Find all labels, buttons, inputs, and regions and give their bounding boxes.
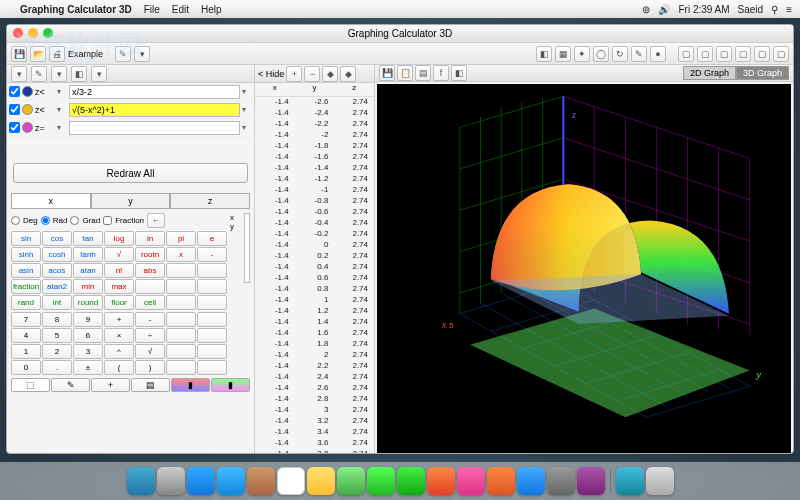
wifi-icon[interactable]: ⊚ xyxy=(642,4,650,15)
calc-bottom-6[interactable]: ▮ xyxy=(211,378,250,392)
calc-fn-asin[interactable]: asin xyxy=(11,263,41,278)
toolbar-sphere-icon[interactable]: ● xyxy=(650,46,666,62)
toolbar-open-icon[interactable]: 📂 xyxy=(30,46,46,62)
calc-fn-abs[interactable]: abs xyxy=(135,263,165,278)
calc-fn-tan[interactable]: tan xyxy=(73,231,103,246)
eq-dropdown-icon[interactable]: ▾ xyxy=(57,123,67,132)
data-row[interactable]: -1.41.22.74 xyxy=(255,306,374,317)
redraw-button[interactable]: Redraw All xyxy=(13,163,248,183)
calc-key-^[interactable]: ^ xyxy=(104,344,134,359)
calc-bottom-2[interactable]: ✎ xyxy=(51,378,90,392)
toolbar-pen-icon[interactable]: ✎ xyxy=(631,46,647,62)
calc-fn-atan2[interactable]: atan2 xyxy=(42,279,72,294)
data-plus-button[interactable]: + xyxy=(286,66,302,82)
calc-fn-max[interactable]: max xyxy=(104,279,134,294)
data-row[interactable]: -1.42.62.74 xyxy=(255,383,374,394)
toolbar-cube-icon[interactable]: ◧ xyxy=(536,46,552,62)
calc-fn--[interactable]: - xyxy=(197,247,227,262)
backspace-button[interactable]: ← xyxy=(147,213,165,228)
dock-ibooks-icon[interactable] xyxy=(487,467,515,495)
data-row[interactable]: -1.432.74 xyxy=(255,405,374,416)
data-row[interactable]: -1.40.22.74 xyxy=(255,251,374,262)
calc-bottom-plus[interactable]: + xyxy=(91,378,130,392)
toolbar-box2-icon[interactable]: ▢ xyxy=(697,46,713,62)
eq-options-icon[interactable]: ▾ xyxy=(242,87,252,96)
data-row[interactable]: -1.4-2.42.74 xyxy=(255,108,374,119)
col-z[interactable]: z xyxy=(334,83,374,96)
calc-fn-tanh[interactable]: tanh xyxy=(73,247,103,262)
calc-tab-x[interactable]: x xyxy=(11,193,91,209)
calc-key-0[interactable]: 0 xyxy=(11,360,41,375)
calc-bottom-5[interactable]: ▮ xyxy=(171,378,210,392)
toolbar-box4-icon[interactable]: ▢ xyxy=(735,46,751,62)
dock-app-icon[interactable] xyxy=(577,467,605,495)
data-row[interactable]: -1.4-0.62.74 xyxy=(255,207,374,218)
deg-radio[interactable] xyxy=(11,216,20,225)
eq-tool-3[interactable]: ▾ xyxy=(51,66,67,82)
toolbar-rotate-icon[interactable]: ↻ xyxy=(612,46,628,62)
data-row[interactable]: -1.42.22.74 xyxy=(255,361,374,372)
eq-tool-5[interactable]: ▾ xyxy=(91,66,107,82)
dock-mail-icon[interactable] xyxy=(217,467,245,495)
calc-fn-rand[interactable]: rand xyxy=(11,295,41,310)
eq-enable-checkbox[interactable] xyxy=(9,104,20,115)
dock-maps-icon[interactable] xyxy=(337,467,365,495)
eq-expression-input[interactable] xyxy=(69,85,240,99)
toolbar-axes-icon[interactable]: ✦ xyxy=(574,46,590,62)
data-row[interactable]: -1.4-2.22.74 xyxy=(255,119,374,130)
data-row[interactable]: -1.41.62.74 xyxy=(255,328,374,339)
notification-icon[interactable]: ≡ xyxy=(786,4,792,15)
calc-fn-floor[interactable]: floor xyxy=(104,295,134,310)
calc-bottom-1[interactable]: ⬚ xyxy=(11,378,50,392)
data-tool-2[interactable]: ◆ xyxy=(340,66,356,82)
data-row[interactable]: -1.4-1.22.74 xyxy=(255,174,374,185)
calc-fn-fraction[interactable]: fraction xyxy=(11,279,41,294)
calc-fn-ceil[interactable]: ceil xyxy=(135,295,165,310)
data-row[interactable]: -1.4-1.42.74 xyxy=(255,163,374,174)
view-tool-save[interactable]: 💾 xyxy=(379,65,395,81)
toolbar-oval-icon[interactable]: ◯ xyxy=(593,46,609,62)
data-row[interactable]: -1.4-22.74 xyxy=(255,130,374,141)
calc-fn-round[interactable]: round xyxy=(73,295,103,310)
dock-downloads-icon[interactable] xyxy=(616,467,644,495)
calc-key--[interactable]: - xyxy=(135,312,165,327)
dock-photobooth-icon[interactable] xyxy=(427,467,455,495)
calc-fn-x[interactable]: x xyxy=(166,247,196,262)
menu-file[interactable]: File xyxy=(144,4,160,15)
data-row[interactable]: -1.42.42.74 xyxy=(255,372,374,383)
eq-enable-checkbox[interactable] xyxy=(9,122,20,133)
calc-fn-sinh[interactable]: sinh xyxy=(11,247,41,262)
calc-fn-min[interactable]: min xyxy=(73,279,103,294)
dock-finder-icon[interactable] xyxy=(127,467,155,495)
calc-fn-log[interactable]: log xyxy=(104,231,134,246)
calc-key-.[interactable]: . xyxy=(42,360,72,375)
eq-tool-1[interactable]: ▾ xyxy=(11,66,27,82)
minimize-button[interactable] xyxy=(28,28,38,38)
3d-canvas[interactable]: x 5 y z xyxy=(377,84,791,453)
data-row[interactable]: -1.43.42.74 xyxy=(255,427,374,438)
user-name[interactable]: Saeid xyxy=(738,4,764,15)
calc-key-1[interactable]: 1 xyxy=(11,344,41,359)
calc-key-×[interactable]: × xyxy=(104,328,134,343)
data-row[interactable]: -1.40.62.74 xyxy=(255,273,374,284)
data-row[interactable]: -1.412.74 xyxy=(255,295,374,306)
view-tool-copy[interactable]: 📋 xyxy=(397,65,413,81)
dock-itunes-icon[interactable] xyxy=(457,467,485,495)
dock-messages-icon[interactable] xyxy=(367,467,395,495)
menu-edit[interactable]: Edit xyxy=(172,4,189,15)
data-row[interactable]: -1.4-0.22.74 xyxy=(255,229,374,240)
data-row[interactable]: -1.4-0.82.74 xyxy=(255,196,374,207)
calc-key-9[interactable]: 9 xyxy=(73,312,103,327)
data-row[interactable]: -1.40.42.74 xyxy=(255,262,374,273)
calc-fn-ln[interactable]: ln xyxy=(135,231,165,246)
calc-fn-e[interactable]: e xyxy=(197,231,227,246)
eq-tool-4[interactable]: ◧ xyxy=(71,66,87,82)
data-row[interactable]: -1.4-12.74 xyxy=(255,185,374,196)
view-tool-cam[interactable]: ◧ xyxy=(451,65,467,81)
calc-key-6[interactable]: 6 xyxy=(73,328,103,343)
toolbar-box1-icon[interactable]: ▢ xyxy=(678,46,694,62)
calc-key-7[interactable]: 7 xyxy=(11,312,41,327)
view-tool-share[interactable]: ▤ xyxy=(415,65,431,81)
toolbar-print-icon[interactable]: 🖨 xyxy=(49,46,65,62)
dock-appstore-icon[interactable] xyxy=(517,467,545,495)
